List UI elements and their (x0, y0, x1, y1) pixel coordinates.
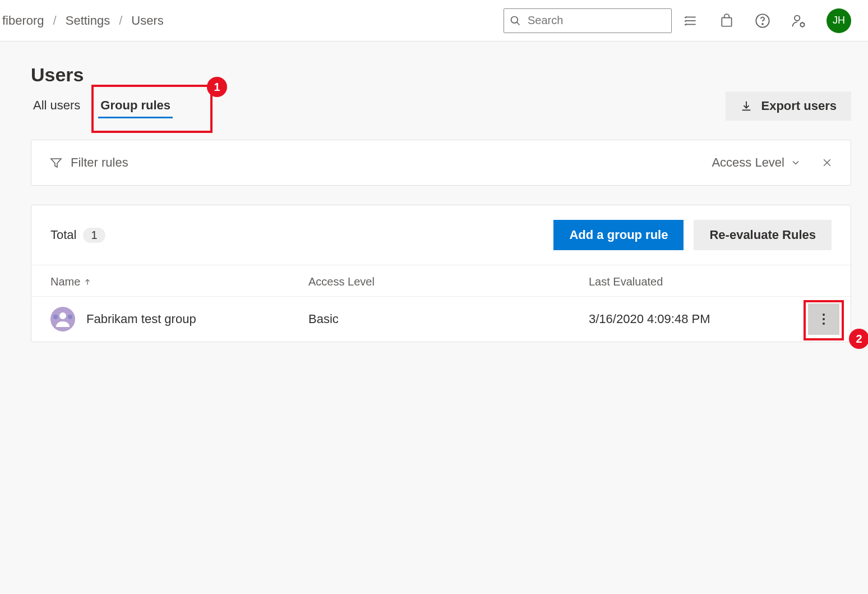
total-text: Total (50, 228, 76, 242)
breadcrumb-item[interactable]: fiberorg (2, 13, 44, 28)
table-row[interactable]: Fabrikam test group Basic 3/16/2020 4:09… (31, 297, 851, 342)
top-icons: JH (683, 8, 851, 33)
column-headers: Name Access Level Last Evaluated (31, 265, 851, 297)
svg-point-0 (511, 16, 518, 23)
search-input[interactable] (527, 13, 666, 27)
filter-icon (49, 156, 63, 169)
more-vertical-icon (822, 312, 825, 326)
total-label: Total 1 (50, 228, 105, 243)
search-box[interactable] (504, 8, 672, 33)
tabs: All users Group rules (31, 94, 173, 118)
top-bar: fiberorg / Settings / Users JH (0, 0, 868, 42)
search-icon (510, 15, 521, 26)
column-evaluated[interactable]: Last Evaluated (589, 275, 832, 288)
column-name-label: Name (50, 275, 80, 288)
column-access[interactable]: Access Level (308, 275, 589, 288)
page-title: Users (31, 64, 851, 86)
row-name: Fabrikam test group (86, 312, 196, 326)
breadcrumb-item[interactable]: Users (131, 13, 163, 28)
breadcrumb: fiberorg / Settings / Users (0, 13, 164, 28)
row-evaluated: 3/16/2020 4:09:48 PM (589, 312, 832, 326)
reevaluate-rules-button[interactable]: Re-evaluate Rules (694, 220, 832, 250)
total-count: 1 (83, 228, 105, 243)
svg-marker-12 (51, 159, 61, 167)
access-level-dropdown[interactable]: Access Level (712, 155, 801, 170)
page-body: Users All users Group rules 1 Export use… (0, 42, 868, 359)
breadcrumb-item[interactable]: Settings (66, 13, 110, 28)
close-icon[interactable] (821, 157, 833, 168)
marketplace-icon[interactable] (719, 13, 735, 29)
svg-point-9 (801, 22, 805, 26)
row-access: Basic (308, 312, 589, 326)
filter-bar: Filter rules Access Level (31, 140, 851, 186)
breadcrumb-sep: / (119, 13, 122, 28)
help-icon[interactable] (755, 13, 770, 29)
annotation-callout: 2 (849, 329, 868, 349)
tab-all-users[interactable]: All users (31, 94, 82, 118)
avatar[interactable]: JH (827, 8, 851, 33)
svg-point-17 (59, 312, 66, 319)
svg-point-18 (53, 315, 58, 319)
svg-point-7 (762, 23, 763, 24)
svg-rect-5 (722, 17, 731, 26)
svg-line-1 (517, 22, 520, 25)
sort-asc-icon (84, 278, 91, 286)
svg-point-8 (795, 15, 800, 20)
column-name[interactable]: Name (50, 275, 308, 288)
svg-point-19 (68, 315, 72, 319)
table-toolbar: Total 1 Add a group rule Re-evaluate Rul… (31, 205, 851, 265)
filter-placeholder[interactable]: Filter rules (71, 155, 128, 170)
export-users-label: Export users (761, 99, 837, 113)
annotation-callout: 1 (207, 77, 227, 97)
tabs-row: All users Group rules 1 Export users (31, 91, 851, 121)
add-group-rule-button[interactable]: Add a group rule (553, 220, 684, 250)
svg-point-22 (823, 323, 825, 325)
download-icon (740, 100, 752, 112)
svg-point-20 (823, 314, 825, 316)
rules-table: Total 1 Add a group rule Re-evaluate Rul… (31, 205, 851, 342)
access-level-label: Access Level (712, 155, 784, 170)
chevron-down-icon (790, 157, 801, 168)
breadcrumb-sep: / (53, 13, 57, 28)
more-actions-button[interactable] (808, 303, 839, 335)
user-settings-icon[interactable] (791, 13, 806, 29)
work-items-icon[interactable] (683, 13, 699, 29)
tab-group-rules[interactable]: Group rules (98, 94, 173, 118)
group-avatar-icon (50, 307, 75, 331)
svg-point-21 (823, 318, 825, 320)
export-users-button[interactable]: Export users (726, 91, 852, 121)
